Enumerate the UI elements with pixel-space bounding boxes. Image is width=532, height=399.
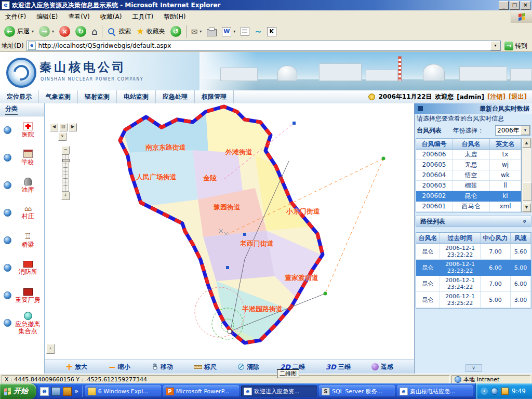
collapse-chevron-icon[interactable]: » — [521, 219, 528, 223]
mail-dropdown-icon[interactable]: ▾ — [200, 29, 202, 34]
sidebar-item-assembly-point[interactable]: 应急撤离集合点 — [0, 309, 44, 337]
tab-location-display[interactable]: 定位显示 — [0, 90, 39, 103]
table-row[interactable]: 200601 西马仑 xml — [416, 202, 521, 212]
table-row[interactable]: 昆仑 2006-12-1 23:25:22 5.00 3.00 — [416, 292, 531, 308]
zoom-in-icon[interactable]: + — [61, 192, 70, 200]
tab-radiation-monitor[interactable]: 辐射监测 — [78, 90, 117, 103]
forward-button[interactable]: → ▾ — [37, 25, 56, 38]
home-button[interactable]: ⌂ — [89, 26, 99, 37]
year-select-arrow-icon[interactable]: ▾ — [521, 126, 530, 135]
task-sql-server[interactable]: S SQL Server 服务... — [319, 385, 395, 397]
exit-link[interactable]: [退出] — [509, 92, 527, 101]
zoom-track[interactable] — [62, 154, 69, 192]
tray-volume-icon[interactable] — [501, 388, 509, 395]
layer-toggle-icon[interactable] — [4, 181, 11, 189]
media-quicklaunch-icon[interactable] — [63, 387, 72, 396]
zoom-thumb[interactable] — [62, 159, 70, 162]
table-row[interactable]: 200606 太虚 tx — [416, 150, 521, 160]
forward-dropdown-icon[interactable]: ▾ — [52, 29, 54, 34]
scroll-down-icon[interactable]: ▼ — [522, 203, 531, 212]
address-dropdown-icon[interactable]: ▾ — [490, 41, 500, 50]
layer-toggle-icon[interactable] — [4, 126, 11, 134]
pan-right-icon[interactable]: ▶ — [69, 123, 77, 131]
zoom-slider[interactable]: − + — [62, 146, 69, 200]
taskbar-clock[interactable]: 9:49 — [512, 388, 526, 395]
address-input[interactable] — [37, 41, 490, 50]
layer-toggle-icon[interactable] — [4, 291, 11, 299]
k-tool-button[interactable]: K — [265, 26, 278, 37]
table-row[interactable]: 昆仑 2006-12-1 23:22:22 7.00 5.60 — [416, 244, 531, 260]
map-3d-button[interactable]: 3D 三维 — [326, 363, 351, 371]
year-select[interactable]: 2006年 ▾ — [495, 125, 530, 136]
mail-button[interactable]: ✉ ▾ — [189, 26, 204, 37]
layer-toggle-icon[interactable] — [4, 319, 11, 327]
menu-edit[interactable]: 编辑(E) — [31, 10, 63, 23]
tray-network-icon[interactable] — [491, 388, 498, 395]
task-windows-explorer[interactable]: 6 Windows Expl... — [85, 385, 161, 397]
quicklaunch-overflow-icon[interactable]: » — [74, 388, 78, 395]
sidebar-item-village[interactable]: ⌂⌂ 村庄 — [0, 199, 44, 227]
layer-toggle-icon[interactable] — [4, 236, 11, 244]
pan-center-icon[interactable]: ▤ — [59, 123, 68, 131]
menu-help[interactable]: 帮助(H) — [158, 10, 191, 23]
close-button[interactable]: × — [521, 1, 530, 10]
back-button[interactable]: ← 后退 ▾ — [2, 25, 36, 38]
start-button[interactable]: 开始 — [0, 383, 36, 399]
panel-bottom-collapse[interactable]: ∨ — [415, 364, 532, 372]
map-pan-button[interactable]: 移动 — [151, 363, 173, 371]
scroll-thumb[interactable] — [523, 182, 531, 201]
map-zoom-in-button[interactable]: + 放大 — [65, 363, 87, 371]
table-row[interactable]: 昆仑 2006-12-1 23:24:22 7.00 6.00 — [416, 276, 531, 292]
tab-emergency-handling[interactable]: 应急处理 — [156, 90, 195, 103]
menu-view[interactable]: 查看(V) — [63, 10, 95, 23]
table-row[interactable]: 200605 无忌 wj — [416, 160, 521, 170]
stop-button[interactable]: × — [57, 25, 72, 38]
table-row-selected[interactable]: 200602 昆仑 kl — [416, 191, 521, 202]
word-dropdown-icon[interactable]: ▾ — [233, 29, 235, 34]
layer-toggle-icon[interactable] — [4, 264, 11, 272]
sidebar-item-key-plant[interactable]: 重要厂房 — [0, 282, 44, 309]
menu-file[interactable]: 文件(F) — [0, 10, 31, 23]
zoom-out-icon[interactable]: − — [61, 146, 70, 154]
go-button[interactable]: → 转到 — [503, 42, 530, 50]
scroll-up-icon[interactable]: ▲ — [522, 139, 531, 148]
pan-down-icon[interactable]: ∨ — [58, 132, 66, 141]
refresh-button[interactable]: ↻ — [73, 25, 88, 38]
sidebar-item-fire-station[interactable]: 消防所 — [0, 254, 44, 282]
table-row[interactable]: 200604 悟空 wk — [416, 170, 521, 181]
menu-tools[interactable]: 工具(T) — [127, 10, 158, 23]
chevron-down-icon[interactable]: ∨ — [466, 364, 482, 372]
sidebar-item-bridge[interactable]: ♖ 桥梁 — [0, 227, 44, 254]
task-ie-current[interactable]: e 欢迎进入应急资... — [241, 385, 317, 397]
list-scrollbar[interactable]: ▲ ▼ — [522, 138, 531, 212]
show-desktop-icon[interactable] — [51, 387, 60, 396]
ie-quicklaunch-icon[interactable]: e — [40, 387, 49, 396]
task-powerpoint[interactable]: P Microsoft PowerP... — [163, 385, 239, 397]
logout-link[interactable]: [注销] — [487, 92, 506, 101]
sidebar-item-school[interactable]: 学校 — [0, 144, 44, 171]
map-remote-sensing-button[interactable]: 遥感 — [371, 363, 393, 371]
word-button[interactable]: W ▾ — [220, 26, 237, 37]
tray-collapse-icon[interactable]: ‹ — [481, 388, 488, 395]
path-list-bar[interactable]: 路径列表 » — [416, 216, 531, 227]
pan-left-icon[interactable]: ◀ — [50, 123, 58, 131]
map-ruler-button[interactable]: 标尺 — [194, 363, 217, 371]
tab-weather-monitor[interactable]: 气象监测 — [39, 90, 78, 103]
tab-permission-mgmt[interactable]: 权限管理 — [195, 90, 234, 103]
menu-favorites[interactable]: 收藏(A) — [95, 10, 127, 23]
favorites-button[interactable]: ★ 收藏夹 — [134, 26, 167, 37]
title-bar[interactable]: e 欢迎进入应急资源及决策信息显示系统 - Microsoft Internet… — [0, 0, 532, 10]
gis-map-canvas[interactable] — [45, 103, 414, 360]
sidebar-expander-button[interactable]: › — [46, 344, 55, 354]
maximize-button[interactable]: □ — [510, 1, 520, 10]
table-row-selected[interactable]: 昆仑 2006-12-1 23:23:22 6.00 5.00 — [416, 260, 531, 276]
map-clear-button[interactable]: 清除 — [237, 363, 259, 371]
sidebar-item-hospital[interactable]: 医院 — [0, 116, 44, 144]
scroll-track[interactable] — [523, 148, 530, 203]
edit-button[interactable] — [238, 26, 251, 37]
layer-toggle-icon[interactable] — [4, 209, 11, 217]
print-button[interactable] — [205, 26, 219, 37]
task-qinshan-app[interactable]: e 秦山核电站应急... — [397, 385, 473, 397]
messenger-button[interactable]: ∼ — [252, 25, 263, 37]
minimize-button[interactable]: _ — [499, 1, 509, 10]
